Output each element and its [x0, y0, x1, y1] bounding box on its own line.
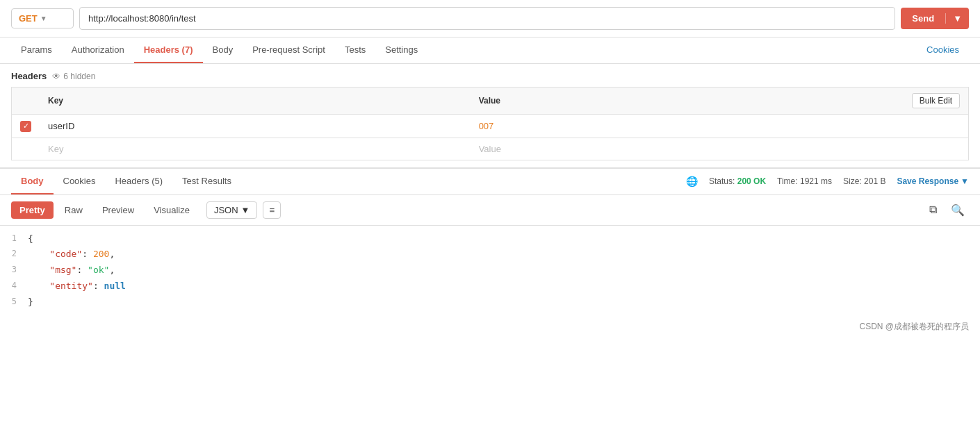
request-tabs-row: Params Authorization Headers (7) Body Pr…: [0, 38, 980, 64]
response-tab-cookies[interactable]: Cookies: [54, 169, 106, 194]
json-line-2: 2 "code": 200,: [0, 247, 980, 263]
send-label: Send: [901, 13, 945, 24]
tab-tests[interactable]: Tests: [335, 38, 375, 63]
response-section: Body Cookies Headers (5) Test Results 🌐 …: [0, 167, 980, 316]
headers-label-row: Headers 👁 6 hidden: [11, 71, 969, 81]
json-line-1: 1 {: [0, 231, 980, 247]
top-bar: GET ▼ Send ▼: [0, 0, 980, 38]
checkbox-cell[interactable]: ✓: [12, 115, 40, 138]
json-format-select[interactable]: JSON ▼: [206, 201, 258, 219]
tab-authorization[interactable]: Authorization: [62, 38, 134, 63]
col-key: Key: [40, 88, 471, 115]
table-row: ✓ userID 007: [12, 115, 969, 138]
save-response-button[interactable]: Save Response ▼: [897, 176, 969, 186]
response-tab-headers[interactable]: Headers (5): [105, 169, 172, 194]
format-tab-raw[interactable]: Raw: [56, 201, 91, 219]
url-input[interactable]: [79, 7, 895, 30]
format-tab-pretty[interactable]: Pretty: [11, 201, 54, 219]
status-label: Status: 200 OK: [709, 176, 766, 186]
method-label: GET: [19, 13, 38, 24]
action-empty-cell: [657, 138, 968, 160]
json-line-5: 5 }: [0, 294, 980, 310]
headers-table: Key Value Bulk Edit ✓ userID 007: [11, 87, 969, 160]
tab-params[interactable]: Params: [11, 38, 62, 63]
size-info: Size: 201 B: [843, 176, 885, 186]
response-tabs-row: Body Cookies Headers (5) Test Results 🌐 …: [0, 169, 980, 195]
header-value: 007: [479, 121, 494, 131]
tab-cookies[interactable]: Cookies: [917, 38, 969, 63]
globe-icon: 🌐: [686, 176, 698, 187]
format-tabs-row: Pretty Raw Preview Visualize JSON ▼ ≡ ⧉ …: [0, 195, 980, 226]
key-cell: userID: [40, 115, 471, 138]
json-chevron-icon: ▼: [241, 205, 250, 215]
json-line-3: 3 "msg": "ok",: [0, 263, 980, 279]
send-chevron-icon[interactable]: ▼: [945, 13, 969, 24]
copy-icon-button[interactable]: ⧉: [925, 201, 941, 219]
headers-label: Headers: [11, 71, 47, 81]
response-status-row: 🌐 Status: 200 OK Time: 1921 ms Size: 201…: [686, 176, 969, 187]
json-output: 1 { 2 "code": 200, 3 "msg": "ok", 4 "ent…: [0, 226, 980, 316]
hidden-badge: 👁 6 hidden: [52, 72, 95, 81]
method-chevron-icon: ▼: [40, 15, 47, 22]
tab-body[interactable]: Body: [203, 38, 243, 63]
time-value: 1921 ms: [800, 176, 832, 186]
key-empty-cell[interactable]: Key: [40, 138, 471, 160]
response-tab-body[interactable]: Body: [11, 169, 54, 194]
watermark: CSDN @成都被卷死的程序员: [0, 315, 980, 338]
json-format-label: JSON: [214, 205, 238, 215]
eye-icon: 👁: [52, 72, 60, 81]
bulk-edit-button[interactable]: Bulk Edit: [912, 93, 960, 108]
save-response-chevron-icon: ▼: [961, 176, 969, 186]
action-cell: [657, 115, 968, 138]
key-placeholder: Key: [48, 144, 63, 154]
table-row: Key Value: [12, 138, 969, 160]
headers-section: Headers 👁 6 hidden Key Value Bulk Edit ✓: [0, 64, 980, 160]
format-tab-visualize[interactable]: Visualize: [145, 201, 198, 219]
value-cell: 007: [471, 115, 658, 138]
filter-icon-button[interactable]: ≡: [263, 201, 281, 219]
time-info: Time: 1921 ms: [777, 176, 832, 186]
col-check: [12, 88, 40, 115]
size-value: 201 B: [864, 176, 885, 186]
col-value: Value: [471, 88, 658, 115]
status-value: 200 OK: [737, 176, 766, 186]
hidden-count: 6 hidden: [63, 72, 95, 81]
format-tab-preview[interactable]: Preview: [94, 201, 142, 219]
json-line-4: 4 "entity": null: [0, 279, 980, 294]
tab-pre-request[interactable]: Pre-request Script: [243, 38, 335, 63]
search-icon-button[interactable]: 🔍: [947, 201, 969, 219]
value-placeholder: Value: [479, 144, 501, 154]
tab-settings[interactable]: Settings: [375, 38, 427, 63]
method-select[interactable]: GET ▼: [11, 8, 74, 28]
checkbox-checked-icon[interactable]: ✓: [20, 121, 31, 132]
header-key: userID: [48, 121, 74, 131]
tab-headers[interactable]: Headers (7): [134, 38, 203, 63]
checkbox-empty-cell[interactable]: [12, 138, 40, 160]
send-button[interactable]: Send ▼: [901, 8, 969, 29]
col-bulk-edit: Bulk Edit: [657, 88, 968, 115]
value-empty-cell[interactable]: Value: [471, 138, 658, 160]
response-tab-test-results[interactable]: Test Results: [172, 169, 241, 194]
